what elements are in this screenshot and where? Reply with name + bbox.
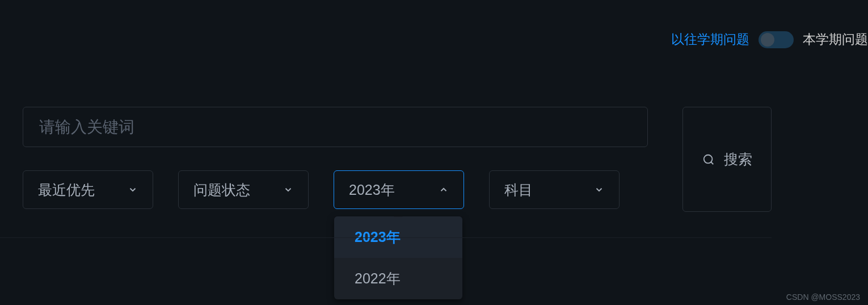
toggle-knob [761, 33, 774, 47]
chevron-down-icon [594, 185, 604, 195]
sort-dropdown[interactable]: 最近优先 [23, 170, 153, 209]
year-dropdown-menu: 2023年 2022年 [334, 216, 462, 299]
search-icon [702, 153, 715, 166]
filter-dropdown-row: 最近优先 问题状态 2023年 2023年 2022年 科目 [23, 170, 620, 209]
year-option-2022[interactable]: 2022年 [334, 258, 462, 299]
toggle-label-previous: 以往学期问题 [671, 31, 749, 48]
dropdown-arrow [394, 216, 403, 217]
sort-dropdown-label: 最近优先 [38, 181, 95, 199]
horizontal-separator [0, 237, 772, 238]
watermark-text: CSDN @MOSS2023 [786, 293, 860, 302]
search-button[interactable]: 搜索 [682, 107, 772, 212]
search-bar-container [23, 107, 772, 147]
chevron-up-icon [439, 185, 449, 195]
year-dropdown[interactable]: 2023年 2023年 2022年 [334, 170, 464, 209]
chevron-down-icon [128, 185, 138, 195]
search-button-label: 搜索 [724, 150, 752, 169]
year-dropdown-label: 2023年 [349, 181, 395, 199]
status-dropdown[interactable]: 问题状态 [178, 170, 309, 209]
svg-line-1 [711, 162, 713, 164]
svg-point-0 [703, 154, 712, 163]
chevron-down-icon [283, 185, 293, 195]
status-dropdown-label: 问题状态 [193, 181, 250, 199]
toggle-label-current: 本学期问题 [803, 31, 868, 48]
semester-toggle-group: 以往学期问题 本学期问题 [671, 31, 868, 48]
semester-toggle-switch[interactable] [759, 31, 794, 48]
subject-dropdown[interactable]: 科目 [489, 170, 620, 209]
subject-dropdown-label: 科目 [504, 181, 533, 199]
keyword-search-input[interactable] [23, 107, 648, 147]
